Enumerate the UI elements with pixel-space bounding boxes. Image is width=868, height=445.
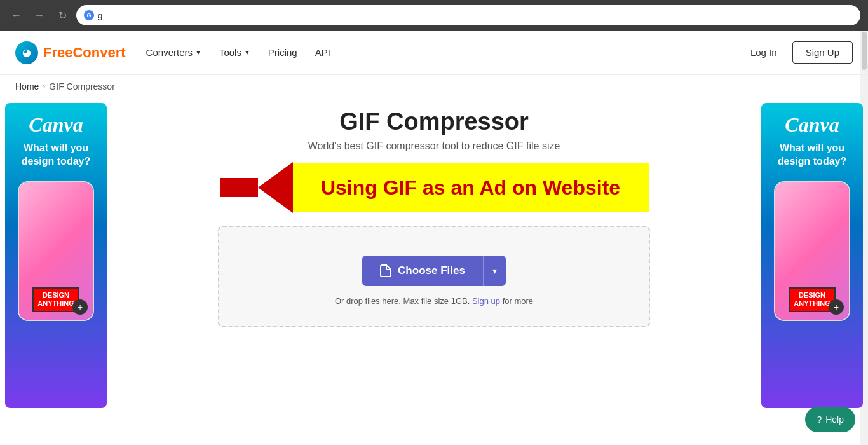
choose-files-container: Choose Files ▾ [362, 256, 506, 286]
canva-phone-screen-left: DESIGN ANYTHING [19, 182, 93, 320]
choose-files-button[interactable]: Choose Files [362, 256, 483, 286]
address-bar[interactable]: G [76, 5, 860, 25]
logo-free: Free [43, 44, 72, 60]
canva-add-btn-right: + [829, 299, 844, 315]
navbar-left: ◕ FreeConvert Converters ▼ Tools ▼ Prici… [15, 41, 330, 64]
canva-logo-right: Canva [785, 113, 839, 137]
yellow-banner: Using GIF as an Ad on Website [293, 163, 649, 212]
nav-converters[interactable]: Converters ▼ [146, 47, 201, 58]
main-area: Canva What will you design today? DESIGN… [0, 98, 868, 445]
page-subtitle: World's best GIF compressor tool to redu… [308, 140, 560, 152]
help-icon: ? [817, 414, 822, 425]
canva-phone-left: DESIGN ANYTHING + [18, 181, 94, 321]
canva-phone-screen-right: DESIGN ANYTHING [775, 182, 849, 320]
logo-convert: Convert [72, 44, 125, 60]
choose-files-dropdown-button[interactable]: ▾ [483, 256, 506, 286]
signup-link[interactable]: Sign up [472, 296, 500, 306]
center-content: GIF Compressor World's best GIF compress… [112, 98, 756, 445]
ad-banner: Using GIF as an Ad on Website [220, 162, 649, 213]
left-ad[interactable]: Canva What will you design today? DESIGN… [5, 103, 107, 408]
canva-add-btn-left: + [72, 299, 88, 315]
logo[interactable]: ◕ FreeConvert [15, 41, 126, 64]
breadcrumb: Home › GIF Compressor [0, 75, 868, 98]
nav-pricing[interactable]: Pricing [268, 47, 297, 58]
nav-api[interactable]: API [315, 47, 330, 58]
upload-hint: Or drop files here. Max file size 1GB. S… [335, 296, 533, 306]
navbar: ◕ FreeConvert Converters ▼ Tools ▼ Prici… [0, 31, 868, 75]
page-content: ◕ FreeConvert Converters ▼ Tools ▼ Prici… [0, 31, 868, 445]
address-input[interactable] [98, 11, 853, 20]
favicon-icon: G [84, 10, 94, 20]
file-icon [380, 264, 391, 277]
right-ad[interactable]: Canva What will you design today? DESIGN… [761, 103, 863, 408]
dropdown-chevron-icon: ▾ [492, 266, 497, 276]
canva-phone-right: DESIGN ANYTHING + [774, 181, 850, 321]
upload-box[interactable]: Choose Files ▾ Or drop files here. Max f… [218, 226, 650, 327]
red-arrow-icon [220, 162, 293, 213]
logo-icon: ◕ [15, 41, 38, 64]
browser-chrome: ← → ↻ G [0, 0, 868, 31]
page-title: GIF Compressor [339, 108, 529, 135]
nav-items: Converters ▼ Tools ▼ Pricing API [146, 47, 330, 58]
breadcrumb-current: GIF Compressor [49, 81, 114, 92]
canva-tagline-left: What will you design today? [10, 142, 102, 168]
arrow-body [220, 178, 258, 197]
navbar-right: Log In Sign Up [743, 41, 853, 64]
breadcrumb-home[interactable]: Home [15, 81, 39, 92]
forward-button[interactable]: → [31, 6, 48, 24]
back-button[interactable]: ← [8, 6, 25, 24]
canva-logo-left: Canva [29, 113, 83, 137]
converters-chevron-icon: ▼ [195, 49, 201, 56]
refresh-button[interactable]: ↻ [53, 6, 71, 24]
tools-chevron-icon: ▼ [244, 49, 250, 56]
banner-text: Using GIF as an Ad on Website [321, 176, 620, 200]
breadcrumb-separator: › [43, 82, 45, 91]
help-button[interactable]: ? Help [805, 407, 855, 432]
logo-text: FreeConvert [43, 44, 126, 61]
canva-tagline-right: What will you design today? [766, 142, 858, 168]
login-button[interactable]: Log In [743, 42, 785, 63]
nav-tools[interactable]: Tools ▼ [219, 47, 250, 58]
arrow-head [258, 162, 293, 213]
signup-button[interactable]: Sign Up [792, 41, 853, 64]
